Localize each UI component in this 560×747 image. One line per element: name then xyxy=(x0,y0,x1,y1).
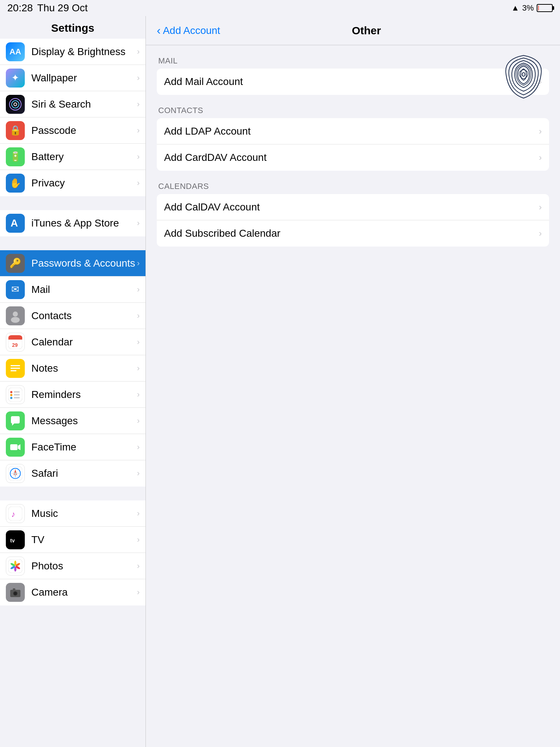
add-subscribed-calendar-item[interactable]: Add Subscribed Calendar › xyxy=(157,220,549,247)
add-carddav-label: Add CardDAV Account xyxy=(164,152,267,163)
status-icons: ▲ 3% xyxy=(511,3,553,13)
calendars-list-group: Add CalDAV Account › Add Subscribed Cale… xyxy=(157,194,549,247)
svg-rect-21 xyxy=(14,397,20,398)
chevron-icon: › xyxy=(137,73,140,83)
sidebar-item-label: Mail xyxy=(31,284,137,295)
music-icon: ♪ xyxy=(6,504,25,523)
svg-point-46 xyxy=(14,592,17,595)
add-mail-account-item[interactable]: Add Mail Account › xyxy=(157,69,549,95)
status-bar: 20:28 Thu 29 Oct ▲ 3% xyxy=(0,0,560,16)
sidebar-item-calendar[interactable]: 29 Calendar › xyxy=(0,329,145,355)
svg-point-17 xyxy=(10,394,12,396)
facetime-icon xyxy=(6,438,25,457)
svg-rect-9 xyxy=(8,337,22,340)
sidebar-item-camera[interactable]: Camera › xyxy=(0,579,145,605)
separator-gap-2 xyxy=(0,237,145,250)
svg-point-2 xyxy=(14,103,17,106)
messages-icon xyxy=(6,411,25,430)
chevron-icon: › xyxy=(137,126,140,135)
sidebar-item-music[interactable]: ♪ Music › xyxy=(0,500,145,527)
sidebar-item-passcode[interactable]: 🔒 Passcode › xyxy=(0,117,145,144)
sidebar-item-label: Messages xyxy=(31,415,137,427)
add-ldap-item[interactable]: Add LDAP Account › xyxy=(157,118,549,144)
panel-header: ‹ Add Account Other xyxy=(146,16,560,45)
back-chevron-icon: ‹ xyxy=(157,24,161,37)
sidebar-item-safari[interactable]: Safari › xyxy=(0,460,145,487)
contacts-icon xyxy=(6,306,25,325)
calendars-section: CALENDARS Add CalDAV Account › Add Subsc… xyxy=(157,182,549,247)
separator-gap-3 xyxy=(0,487,145,500)
mail-icon: ✉ xyxy=(6,280,25,299)
chevron-icon: › xyxy=(137,469,140,478)
sidebar-item-photos[interactable]: Photos › xyxy=(0,553,145,579)
notes-icon xyxy=(6,359,25,378)
contacts-section: CONTACTS Add LDAP Account › Add CardDAV … xyxy=(157,106,549,171)
sidebar-item-label: Photos xyxy=(31,560,137,572)
chevron-icon: › xyxy=(137,311,140,321)
add-carddav-item[interactable]: Add CardDAV Account › xyxy=(157,144,549,171)
sidebar-item-label: Contacts xyxy=(31,310,137,322)
svg-point-0 xyxy=(9,98,21,110)
chevron-icon: › xyxy=(137,442,140,452)
sidebar-item-battery[interactable]: 🔋 Battery › xyxy=(0,144,145,170)
sidebar-item-siri[interactable]: Siri & Search › xyxy=(0,91,145,117)
sidebar-item-notes[interactable]: Notes › xyxy=(0,355,145,382)
sidebar-item-privacy[interactable]: ✋ Privacy › xyxy=(0,170,145,196)
calendars-section-label: CALENDARS xyxy=(157,182,549,191)
sidebar-item-itunes[interactable]: A iTunes & App Store › xyxy=(0,210,145,236)
sidebar: Settings AA Display & Brightness › ✦ Wal… xyxy=(0,16,146,747)
battery-text: 3% xyxy=(522,3,534,13)
status-date: Thu 29 Oct xyxy=(37,2,88,14)
chevron-icon: › xyxy=(539,228,542,239)
svg-rect-14 xyxy=(11,370,16,371)
chevron-icon: › xyxy=(539,126,542,136)
sidebar-item-messages[interactable]: Messages › xyxy=(0,408,145,434)
add-caldav-label: Add CalDAV Account xyxy=(164,201,260,213)
settings-group-3: 🔑 Passwords & Accounts › ✉ Mail › Contac… xyxy=(0,250,145,487)
chevron-icon: › xyxy=(137,100,140,109)
sidebar-title: Settings xyxy=(0,16,145,39)
sidebar-item-reminders[interactable]: Reminders › xyxy=(0,382,145,408)
add-mail-label: Add Mail Account xyxy=(164,76,243,88)
passcode-icon: 🔒 xyxy=(6,121,25,140)
svg-rect-47 xyxy=(13,588,15,590)
sidebar-item-contacts[interactable]: Contacts › xyxy=(0,303,145,329)
sidebar-item-wallpaper[interactable]: ✦ Wallpaper › xyxy=(0,65,145,91)
sidebar-item-mail[interactable]: ✉ Mail › xyxy=(0,276,145,303)
wallpaper-icon: ✦ xyxy=(6,69,25,88)
sidebar-item-label: Privacy xyxy=(31,177,137,189)
chevron-icon: › xyxy=(137,285,140,294)
add-caldav-item[interactable]: Add CalDAV Account › xyxy=(157,194,549,220)
chevron-icon: › xyxy=(137,561,140,571)
sidebar-item-passwords[interactable]: 🔑 Passwords & Accounts › xyxy=(0,250,145,276)
sidebar-item-label: Passwords & Accounts xyxy=(31,258,137,269)
mail-section-label: MAIL xyxy=(157,56,549,66)
calendar-icon: 29 xyxy=(6,333,25,352)
sidebar-item-label: Camera xyxy=(31,587,137,598)
sidebar-item-label: FaceTime xyxy=(31,441,137,453)
chevron-icon: › xyxy=(137,218,140,228)
sidebar-item-label: iTunes & App Store xyxy=(31,217,137,229)
settings-group-2: A iTunes & App Store › xyxy=(0,210,145,236)
mail-list-group: Add Mail Account › xyxy=(157,69,549,95)
sidebar-item-tv[interactable]: tv TV › xyxy=(0,527,145,553)
chevron-icon: › xyxy=(539,202,542,212)
status-time: 20:28 xyxy=(7,2,33,14)
chevron-icon: › xyxy=(137,178,140,188)
sidebar-item-label: Battery xyxy=(31,151,137,163)
sidebar-item-display[interactable]: AA Display & Brightness › xyxy=(0,39,145,65)
siri-icon xyxy=(6,95,25,114)
separator-gap-1 xyxy=(0,197,145,210)
svg-text:A: A xyxy=(11,217,18,229)
svg-rect-20 xyxy=(14,394,20,395)
camera-icon xyxy=(6,583,25,602)
sidebar-item-label: Safari xyxy=(31,468,137,479)
svg-text:♪: ♪ xyxy=(11,510,15,519)
chevron-icon: › xyxy=(137,416,140,426)
back-button[interactable]: ‹ Add Account xyxy=(157,24,220,37)
right-panel: ‹ Add Account Other xyxy=(146,16,560,747)
chevron-icon: › xyxy=(137,535,140,545)
svg-text:29: 29 xyxy=(12,342,18,348)
chevron-icon: › xyxy=(137,47,140,57)
sidebar-item-facetime[interactable]: FaceTime › xyxy=(0,434,145,460)
